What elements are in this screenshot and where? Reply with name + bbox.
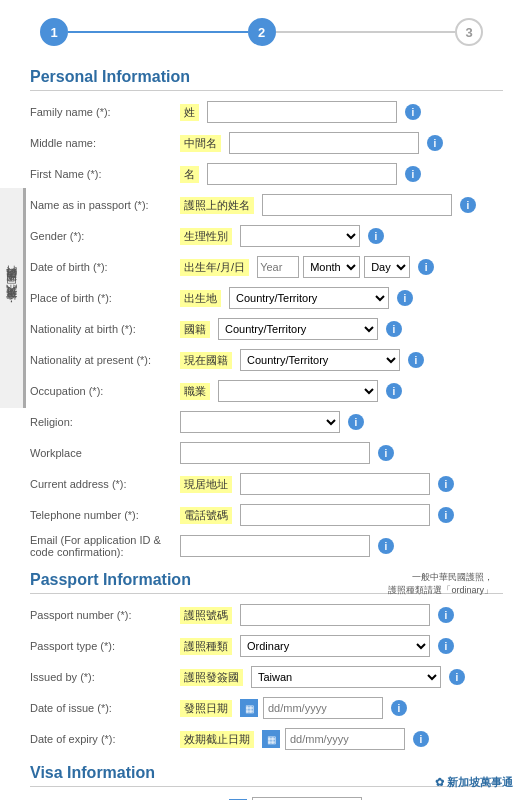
middle-name-input[interactable] [229, 132, 419, 154]
religion-info-icon[interactable]: i [348, 414, 364, 430]
dob-info-icon[interactable]: i [418, 259, 434, 275]
date-issue-row: Date of issue (*): 發照日期 ▦ i [30, 695, 503, 721]
passport-name-input[interactable] [262, 194, 452, 216]
step-1: 1 [40, 18, 68, 46]
email-row: Email (For application ID & code confirm… [30, 533, 503, 559]
religion-label: Religion: [30, 416, 180, 428]
pob-info-icon[interactable]: i [397, 290, 413, 306]
middle-name-label: Middle name: [30, 137, 180, 149]
family-name-hl: 姓 [180, 104, 199, 121]
pob-row: Place of birth (*): 出生地 Country/Territor… [30, 285, 503, 311]
passport-num-info-icon[interactable]: i [438, 607, 454, 623]
gender-select[interactable]: Male Female [240, 225, 360, 247]
entry-date-row: Proposed entry date (*): 入境日 ▦ i [30, 795, 503, 800]
passport-name-row: Name as in passport (*): 護照上的姓名 i [30, 192, 503, 218]
nat-present-hl: 現在國籍 [180, 352, 232, 369]
dob-day-select[interactable]: Day [364, 256, 410, 278]
phone-info-icon[interactable]: i [438, 507, 454, 523]
issued-by-row: Issued by (*): 護照發簽國 Taiwan i [30, 664, 503, 690]
progress-bar: 1 2 3 [0, 0, 523, 56]
family-name-row: Family name (*): 姓 i [30, 99, 503, 125]
passport-name-info-icon[interactable]: i [460, 197, 476, 213]
passport-num-row: Passport number (*): 護照號碼 i [30, 602, 503, 628]
religion-row: Religion: i [30, 409, 503, 435]
gender-label: Gender (*): [30, 230, 180, 242]
occupation-label: Occupation (*): [30, 385, 180, 397]
passport-type-select[interactable]: Ordinary Diplomatic Official [240, 635, 430, 657]
passport-num-label: Passport number (*): [30, 609, 180, 621]
line-1-2 [68, 31, 248, 33]
issued-by-info-icon[interactable]: i [449, 669, 465, 685]
passport-num-hl: 護照號碼 [180, 607, 232, 624]
date-issue-label: Date of issue (*): [30, 702, 180, 714]
date-issue-hl: 發照日期 [180, 700, 232, 717]
family-name-label: Family name (*): [30, 106, 180, 118]
passport-num-input[interactable] [240, 604, 430, 626]
nat-present-row: Nationality at present (*): 現在國籍 Country… [30, 347, 503, 373]
pob-label: Place of birth (*): [30, 292, 180, 304]
visa-info-header: Visa Information [30, 764, 503, 787]
step-2: 2 [248, 18, 276, 46]
date-expiry-input[interactable] [285, 728, 405, 750]
date-expiry-label: Date of expiry (*): [30, 733, 180, 745]
passport-note: 一般中華民國護照，護照種類請選「ordinary」 [388, 571, 493, 596]
phone-input[interactable] [240, 504, 430, 526]
family-name-info-icon[interactable]: i [405, 104, 421, 120]
workplace-input[interactable] [180, 442, 370, 464]
workplace-label: Workplace [30, 447, 180, 459]
nat-present-select[interactable]: Country/Territory [240, 349, 400, 371]
dob-label: Date of birth (*): [30, 261, 180, 273]
watermark: ✿ 新加坡萬事通 [435, 775, 513, 790]
gender-row: Gender (*): 生理性別 Male Female i [30, 223, 503, 249]
address-info-icon[interactable]: i [438, 476, 454, 492]
occupation-select[interactable] [218, 380, 378, 402]
date-expiry-cal-icon[interactable]: ▦ [262, 730, 280, 748]
dob-year-input[interactable] [257, 256, 299, 278]
phone-row: Telephone number (*): 電話號碼 i [30, 502, 503, 528]
passport-type-row: Passport type (*): 護照種類 Ordinary Diploma… [30, 633, 503, 659]
step-3: 3 [455, 18, 483, 46]
date-expiry-row: Date of expiry (*): 效期截止日期 ▦ i [30, 726, 503, 752]
first-name-label: First Name (*): [30, 168, 180, 180]
personal-info-header: Personal Information [30, 68, 503, 91]
email-input[interactable] [180, 535, 370, 557]
passport-type-hl: 護照種類 [180, 638, 232, 655]
gender-info-icon[interactable]: i [368, 228, 384, 244]
middle-name-info-icon[interactable]: i [427, 135, 443, 151]
middle-name-hl: 中間名 [180, 135, 221, 152]
pob-hl: 出生地 [180, 290, 221, 307]
dob-month-select[interactable]: Month 01020304 05060708 09101112 [303, 256, 360, 278]
address-row: Current address (*): 現居地址 i [30, 471, 503, 497]
address-label: Current address (*): [30, 478, 180, 490]
nat-birth-select[interactable]: Country/Territory [218, 318, 378, 340]
email-info-icon[interactable]: i [378, 538, 394, 554]
first-name-input[interactable] [207, 163, 397, 185]
pob-select[interactable]: Country/Territory [229, 287, 389, 309]
dob-row: Date of birth (*): 出生年/月/日 Month 0102030… [30, 254, 503, 280]
date-issue-info-icon[interactable]: i [391, 700, 407, 716]
issued-by-hl: 護照發簽國 [180, 669, 243, 686]
issued-by-label: Issued by (*): [30, 671, 180, 683]
date-issue-input[interactable] [263, 697, 383, 719]
nat-birth-info-icon[interactable]: i [386, 321, 402, 337]
line-2-3 [276, 31, 456, 33]
religion-select[interactable] [180, 411, 340, 433]
date-expiry-info-icon[interactable]: i [413, 731, 429, 747]
middle-name-row: Middle name: 中間名 i [30, 130, 503, 156]
nat-present-info-icon[interactable]: i [408, 352, 424, 368]
passport-type-label: Passport type (*): [30, 640, 180, 652]
family-name-input[interactable] [207, 101, 397, 123]
issued-by-select[interactable]: Taiwan [251, 666, 441, 688]
workplace-row: Workplace i [30, 440, 503, 466]
phone-hl: 電話號碼 [180, 507, 232, 524]
date-issue-cal-icon[interactable]: ▦ [240, 699, 258, 717]
occupation-info-icon[interactable]: i [386, 383, 402, 399]
nat-birth-label: Nationality at birth (*): [30, 323, 180, 335]
occupation-row: Occupation (*): 職業 i [30, 378, 503, 404]
email-label: Email (For application ID & code confirm… [30, 534, 180, 558]
workplace-info-icon[interactable]: i [378, 445, 394, 461]
address-input[interactable] [240, 473, 430, 495]
phone-label: Telephone number (*): [30, 509, 180, 521]
passport-type-info-icon[interactable]: i [438, 638, 454, 654]
first-name-info-icon[interactable]: i [405, 166, 421, 182]
